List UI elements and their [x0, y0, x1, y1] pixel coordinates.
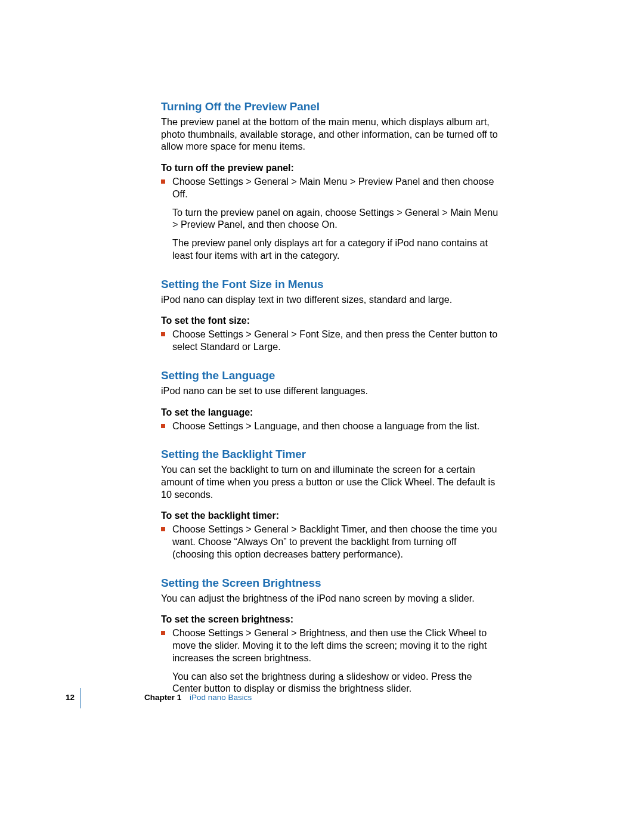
bullet-step: Choose Settings > General > Brightness, …: [161, 627, 500, 664]
step-text: Choose Settings > General > Brightness, …: [172, 627, 500, 664]
step-text: Choose Settings > General > Backlight Ti…: [172, 523, 500, 560]
intro-text: The preview panel at the bottom of the m…: [161, 116, 500, 153]
bullet-icon: [161, 527, 165, 531]
bullet-step: Choose Settings > Language, and then cho…: [161, 420, 500, 432]
chapter-title: iPod nano Basics: [190, 693, 252, 702]
lead-text: To set the screen brightness:: [161, 614, 500, 625]
intro-text: You can adjust the brightness of the iPo…: [161, 592, 500, 605]
bullet-step: Choose Settings > General > Main Menu > …: [161, 175, 500, 200]
heading-brightness: Setting the Screen Brightness: [161, 577, 500, 590]
follow-text: The preview panel only displays art for …: [161, 237, 500, 261]
step-text: Choose Settings > General > Font Size, a…: [172, 328, 500, 352]
follow-text: You can also set the brightness during a…: [161, 670, 500, 695]
lead-text: To set the language:: [161, 407, 500, 418]
bullet-step: Choose Settings > General > Font Size, a…: [161, 328, 500, 352]
chapter-info: Chapter 1 iPod nano Basics: [144, 693, 252, 702]
bullet-step: Choose Settings > General > Backlight Ti…: [161, 523, 500, 560]
bullet-icon: [161, 631, 165, 635]
page-footer: 12 Chapter 1 iPod nano Basics: [66, 693, 507, 717]
bullet-icon: [161, 332, 165, 336]
intro-text: iPod nano can be set to use different la…: [161, 385, 500, 397]
heading-language: Setting the Language: [161, 369, 500, 382]
step-text: Choose Settings > General > Main Menu > …: [172, 175, 500, 200]
step-text: Choose Settings > Language, and then cho…: [172, 420, 500, 432]
intro-text: You can set the backlight to turn on and…: [161, 463, 500, 500]
heading-backlight: Setting the Backlight Timer: [161, 448, 500, 461]
footer-divider: [80, 688, 80, 708]
chapter-label: Chapter 1: [144, 693, 181, 702]
page-number: 12: [66, 693, 75, 702]
bullet-icon: [161, 424, 165, 428]
page-content: Turning Off the Preview Panel The previe…: [161, 100, 500, 695]
bullet-icon: [161, 179, 165, 184]
lead-text: To set the font size:: [161, 315, 500, 326]
lead-text: To turn off the preview panel:: [161, 163, 500, 174]
follow-text: To turn the preview panel on again, choo…: [161, 206, 500, 231]
lead-text: To set the backlight timer:: [161, 510, 500, 521]
heading-font-size: Setting the Font Size in Menus: [161, 278, 500, 291]
heading-preview-panel: Turning Off the Preview Panel: [161, 100, 500, 113]
intro-text: iPod nano can display text in two differ…: [161, 293, 500, 306]
